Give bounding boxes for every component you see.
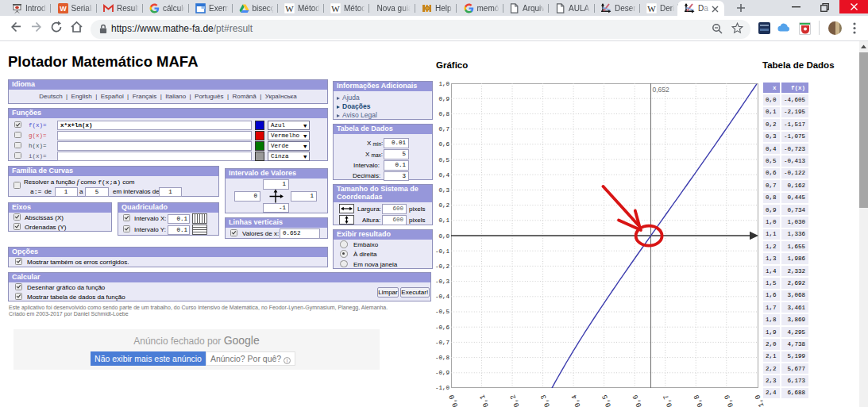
svg-text:W: W bbox=[647, 3, 656, 13]
svg-text:0,8: 0,8 bbox=[692, 394, 704, 407]
svg-text:0,652: 0,652 bbox=[653, 86, 670, 94]
svg-text:0,0: 0,0 bbox=[448, 394, 460, 407]
svg-text:0,5: 0,5 bbox=[601, 394, 613, 407]
svg-text:0,4: 0,4 bbox=[570, 394, 582, 407]
svg-text:W: W bbox=[60, 5, 67, 13]
svg-text:0,9: 0,9 bbox=[723, 394, 735, 407]
svg-text:0,3: 0,3 bbox=[540, 394, 552, 407]
svg-text:W: W bbox=[331, 3, 340, 13]
svg-text:W: W bbox=[285, 3, 294, 13]
svg-text:0,6: 0,6 bbox=[631, 394, 643, 407]
svg-text:0,2: 0,2 bbox=[509, 394, 521, 407]
svg-text:0,1: 0,1 bbox=[479, 394, 491, 407]
svg-text:0,7: 0,7 bbox=[662, 394, 674, 407]
